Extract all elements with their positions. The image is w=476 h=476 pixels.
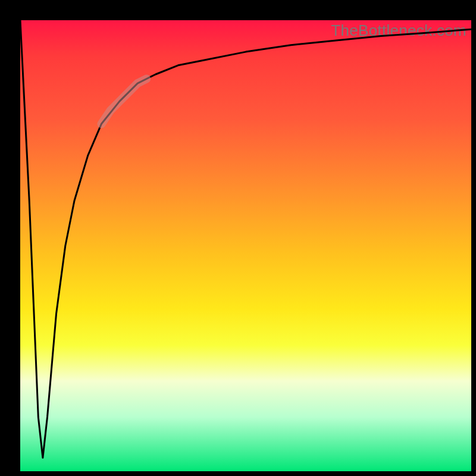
bottleneck-curve xyxy=(20,20,471,458)
plot-area: TheBottleneck.com xyxy=(20,20,471,471)
curve-svg xyxy=(20,20,471,471)
highlight-segment xyxy=(101,79,146,124)
chart-frame: TheBottleneck.com xyxy=(0,0,476,476)
